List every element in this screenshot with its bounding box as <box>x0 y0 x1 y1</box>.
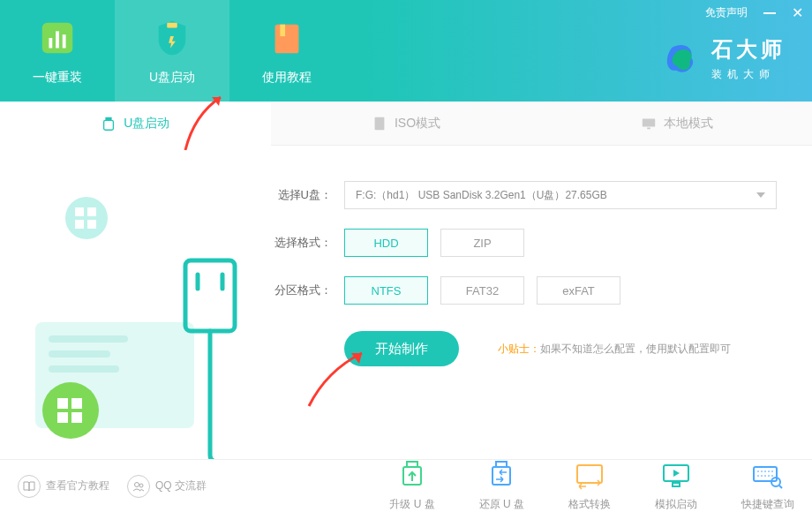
brand-logo-icon <box>662 40 701 79</box>
svg-rect-25 <box>87 220 96 229</box>
tool-restore[interactable]: 还原 U 盘 <box>479 460 524 512</box>
svg-point-16 <box>42 382 99 439</box>
subtab-label: ISO模式 <box>395 116 440 132</box>
tool-upgrade[interactable]: 升级 U 盘 <box>389 460 434 512</box>
tool-label: 还原 U 盘 <box>479 497 524 512</box>
footer-link-label: 查看官方教程 <box>46 478 109 493</box>
svg-point-21 <box>65 197 108 239</box>
svg-rect-19 <box>57 412 68 423</box>
users-icon <box>127 475 150 498</box>
window-controls: 免责声明 ✕ <box>705 5 803 20</box>
disk-value: F:G:（hd1） USB SanDisk 3.2Gen1（U盘）27.65GB <box>356 188 607 203</box>
svg-rect-4 <box>167 22 177 27</box>
footer-qq-link[interactable]: QQ 交流群 <box>127 475 207 498</box>
shield-usb-icon <box>151 17 193 59</box>
svg-point-29 <box>135 482 139 486</box>
chevron-down-icon <box>756 192 765 198</box>
svg-rect-1 <box>49 38 52 49</box>
footer-link-label: QQ 交流群 <box>155 478 207 493</box>
tool-label: 升级 U 盘 <box>389 497 434 512</box>
nav-usb[interactable]: U盘启动 <box>115 0 229 102</box>
subtab-local[interactable]: 本地模式 <box>541 102 812 146</box>
tool-label: 快捷键查询 <box>741 497 794 512</box>
format-hdd[interactable]: HDD <box>344 229 428 257</box>
disk-select[interactable]: F:G:（hd1） USB SanDisk 3.2Gen1（U盘）27.65GB <box>344 181 777 209</box>
svg-rect-6 <box>280 24 285 35</box>
svg-rect-8 <box>104 120 114 130</box>
nav-label: U盘启动 <box>149 70 195 86</box>
format-label: 选择格式： <box>274 235 332 251</box>
svg-line-42 <box>779 486 782 488</box>
partition-exfat[interactable]: exFAT <box>537 276 620 305</box>
svg-rect-13 <box>49 335 128 343</box>
svg-point-30 <box>139 484 143 487</box>
svg-rect-10 <box>642 118 654 126</box>
nav-tutorial[interactable]: 使用教程 <box>229 0 344 102</box>
nav-label: 使用教程 <box>262 70 312 86</box>
svg-rect-11 <box>647 127 650 129</box>
svg-rect-22 <box>75 207 84 216</box>
svg-rect-2 <box>56 31 59 48</box>
subtab-usb[interactable]: U盘启动 <box>0 102 271 146</box>
format-zip[interactable]: ZIP <box>440 229 524 257</box>
disclaimer-link[interactable]: 免责声明 <box>705 5 748 20</box>
tip-label: 小贴士： <box>498 343 540 355</box>
disk-label: 选择U盘： <box>274 187 332 203</box>
minimize-icon[interactable] <box>763 12 776 14</box>
svg-rect-26 <box>185 260 235 331</box>
illustration <box>0 146 265 459</box>
brand: 石大师 装机大师 <box>662 35 786 82</box>
subtab-label: 本地模式 <box>664 116 713 132</box>
bar-chart-icon <box>36 17 79 59</box>
svg-rect-37 <box>673 483 680 486</box>
subtab-iso[interactable]: ISO模式 <box>271 102 542 146</box>
partition-fat32[interactable]: FAT32 <box>440 276 524 305</box>
svg-rect-5 <box>275 24 299 53</box>
play-monitor-icon <box>660 460 692 492</box>
brand-subtitle: 装机大师 <box>711 67 786 82</box>
header: 免责声明 ✕ 一键重装 U盘启动 使用教程 石大师 装机大师 <box>0 0 812 102</box>
sub-tabs: U盘启动 ISO模式 本地模式 <box>0 102 812 146</box>
svg-rect-20 <box>71 412 82 423</box>
usb-restore-icon <box>485 460 517 492</box>
svg-rect-3 <box>63 34 66 48</box>
tool-simulate[interactable]: 模拟启动 <box>655 460 697 512</box>
svg-rect-18 <box>71 398 82 409</box>
nav-reinstall[interactable]: 一键重装 <box>0 0 115 102</box>
svg-rect-9 <box>375 117 385 129</box>
nav-label: 一键重装 <box>33 70 82 86</box>
form: 选择U盘： F:G:（hd1） USB SanDisk 3.2Gen1（U盘）2… <box>265 146 812 459</box>
footer-tutorial-link[interactable]: 查看官方教程 <box>18 475 109 498</box>
book-open-icon <box>18 475 41 498</box>
tool-label: 格式转换 <box>568 497 611 512</box>
svg-rect-17 <box>57 398 68 409</box>
close-icon[interactable]: ✕ <box>792 6 803 20</box>
footer: 查看官方教程 QQ 交流群 升级 U 盘 还原 U 盘 格式转换 模拟启动 快捷… <box>0 459 812 512</box>
tool-shortcut[interactable]: 快捷键查询 <box>741 460 794 512</box>
subtab-label: U盘启动 <box>124 116 169 132</box>
tip: 小贴士：如果不知道怎么配置，使用默认配置即可 <box>498 342 731 357</box>
tip-text: 如果不知道怎么配置，使用默认配置即可 <box>540 343 731 355</box>
svg-rect-14 <box>49 350 110 358</box>
tool-format[interactable]: 格式转换 <box>568 460 611 512</box>
partition-ntfs[interactable]: NTFS <box>344 276 428 305</box>
usb-up-icon <box>396 460 428 492</box>
book-icon <box>266 17 308 59</box>
usb-icon <box>101 116 117 132</box>
brand-title: 石大师 <box>711 35 786 64</box>
partition-label: 分区格式： <box>274 282 332 298</box>
svg-rect-23 <box>87 207 96 216</box>
monitor-icon <box>641 116 657 132</box>
svg-rect-24 <box>75 220 84 229</box>
tool-label: 模拟启动 <box>655 497 697 512</box>
keyboard-search-icon <box>752 460 784 492</box>
start-button[interactable]: 开始制作 <box>344 331 459 366</box>
format-icon <box>574 460 605 492</box>
svg-rect-15 <box>49 365 119 373</box>
file-icon <box>372 116 387 132</box>
